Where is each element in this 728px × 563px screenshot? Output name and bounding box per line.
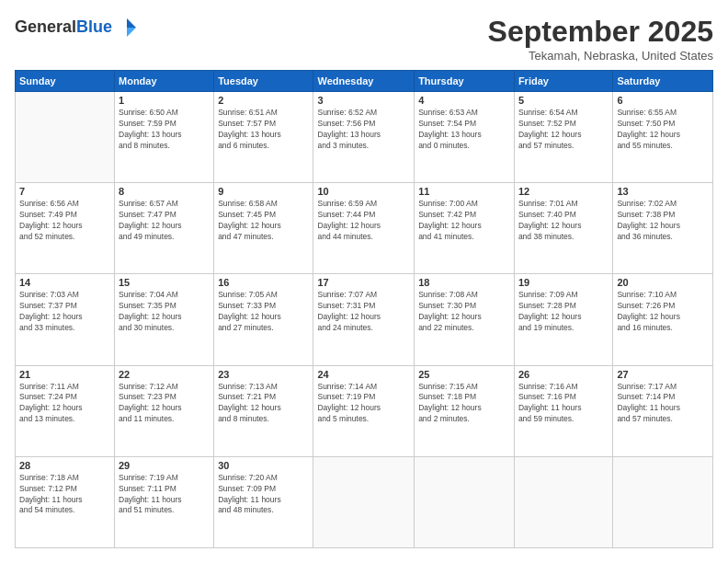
day-info: Sunrise: 7:05 AMSunset: 7:33 PMDaylight:… <box>218 290 309 334</box>
logo-blue: Blue <box>76 17 112 36</box>
calendar-cell: 27Sunrise: 7:17 AMSunset: 7:14 PMDayligh… <box>613 365 713 456</box>
day-number: 12 <box>518 186 609 197</box>
calendar-cell: 15Sunrise: 7:04 AMSunset: 7:35 PMDayligh… <box>115 274 214 365</box>
day-number: 1 <box>119 95 210 106</box>
calendar-cell: 20Sunrise: 7:10 AMSunset: 7:26 PMDayligh… <box>613 274 713 365</box>
day-number: 4 <box>418 95 510 106</box>
calendar-header-monday: Monday <box>115 71 214 92</box>
day-info: Sunrise: 7:14 AMSunset: 7:19 PMDaylight:… <box>317 382 410 426</box>
logo: GeneralBlue <box>15 15 140 40</box>
day-number: 8 <box>119 186 210 197</box>
day-number: 11 <box>418 186 510 197</box>
calendar-header-friday: Friday <box>514 71 612 92</box>
day-info: Sunrise: 6:51 AMSunset: 7:57 PMDaylight:… <box>218 108 309 152</box>
calendar-cell: 30Sunrise: 7:20 AMSunset: 7:09 PMDayligh… <box>214 456 313 547</box>
calendar-cell: 7Sunrise: 6:56 AMSunset: 7:49 PMDaylight… <box>16 183 115 274</box>
day-number: 17 <box>317 277 410 288</box>
day-info: Sunrise: 7:17 AMSunset: 7:14 PMDaylight:… <box>617 382 709 426</box>
day-number: 27 <box>617 369 709 380</box>
day-info: Sunrise: 7:00 AMSunset: 7:42 PMDaylight:… <box>418 199 510 243</box>
calendar-cell: 28Sunrise: 7:18 AMSunset: 7:12 PMDayligh… <box>16 456 115 547</box>
calendar-cell: 10Sunrise: 6:59 AMSunset: 7:44 PMDayligh… <box>313 183 415 274</box>
day-number: 23 <box>218 369 309 380</box>
day-number: 7 <box>19 186 110 197</box>
day-info: Sunrise: 7:02 AMSunset: 7:38 PMDaylight:… <box>617 199 709 243</box>
day-info: Sunrise: 7:04 AMSunset: 7:35 PMDaylight:… <box>119 290 210 334</box>
calendar-cell: 2Sunrise: 6:51 AMSunset: 7:57 PMDaylight… <box>214 92 313 183</box>
logo-general: General <box>15 17 76 36</box>
calendar-cell <box>514 456 612 547</box>
calendar-cell <box>415 456 515 547</box>
day-info: Sunrise: 6:53 AMSunset: 7:54 PMDaylight:… <box>418 108 510 152</box>
day-number: 21 <box>19 369 110 380</box>
calendar-cell: 22Sunrise: 7:12 AMSunset: 7:23 PMDayligh… <box>115 365 214 456</box>
day-info: Sunrise: 7:15 AMSunset: 7:18 PMDaylight:… <box>418 382 510 426</box>
calendar-header-sunday: Sunday <box>16 71 115 92</box>
day-info: Sunrise: 7:20 AMSunset: 7:09 PMDaylight:… <box>218 473 309 517</box>
calendar-cell: 12Sunrise: 7:01 AMSunset: 7:40 PMDayligh… <box>514 183 612 274</box>
day-info: Sunrise: 7:03 AMSunset: 7:37 PMDaylight:… <box>19 290 110 334</box>
day-info: Sunrise: 7:16 AMSunset: 7:16 PMDaylight:… <box>518 382 609 426</box>
calendar-cell: 23Sunrise: 7:13 AMSunset: 7:21 PMDayligh… <box>214 365 313 456</box>
calendar-week-4: 21Sunrise: 7:11 AMSunset: 7:24 PMDayligh… <box>16 365 713 456</box>
calendar-week-5: 28Sunrise: 7:18 AMSunset: 7:12 PMDayligh… <box>16 456 713 547</box>
calendar-header-saturday: Saturday <box>613 71 713 92</box>
calendar-cell: 9Sunrise: 6:58 AMSunset: 7:45 PMDaylight… <box>214 183 313 274</box>
calendar-cell: 14Sunrise: 7:03 AMSunset: 7:37 PMDayligh… <box>16 274 115 365</box>
calendar-cell: 5Sunrise: 6:54 AMSunset: 7:52 PMDaylight… <box>514 92 612 183</box>
calendar-cell: 19Sunrise: 7:09 AMSunset: 7:28 PMDayligh… <box>514 274 612 365</box>
day-info: Sunrise: 7:08 AMSunset: 7:30 PMDaylight:… <box>418 290 510 334</box>
day-info: Sunrise: 7:10 AMSunset: 7:26 PMDaylight:… <box>617 290 709 334</box>
calendar-cell: 24Sunrise: 7:14 AMSunset: 7:19 PMDayligh… <box>313 365 415 456</box>
calendar-cell: 4Sunrise: 6:53 AMSunset: 7:54 PMDaylight… <box>415 92 515 183</box>
calendar-cell: 25Sunrise: 7:15 AMSunset: 7:18 PMDayligh… <box>415 365 515 456</box>
day-info: Sunrise: 6:50 AMSunset: 7:59 PMDaylight:… <box>119 108 210 152</box>
day-number: 14 <box>19 277 110 288</box>
day-number: 26 <box>518 369 609 380</box>
day-number: 22 <box>119 369 210 380</box>
header: GeneralBlue September 2025 Tekamah, Nebr… <box>15 15 713 63</box>
day-info: Sunrise: 7:12 AMSunset: 7:23 PMDaylight:… <box>119 382 210 426</box>
calendar-week-1: 1Sunrise: 6:50 AMSunset: 7:59 PMDaylight… <box>16 92 713 183</box>
day-number: 9 <box>218 186 309 197</box>
day-info: Sunrise: 7:18 AMSunset: 7:12 PMDaylight:… <box>19 473 110 517</box>
svg-marker-0 <box>127 18 136 28</box>
day-number: 19 <box>518 277 609 288</box>
day-number: 6 <box>617 95 709 106</box>
calendar-header-wednesday: Wednesday <box>313 71 415 92</box>
day-number: 15 <box>119 277 210 288</box>
day-info: Sunrise: 7:13 AMSunset: 7:21 PMDaylight:… <box>218 382 309 426</box>
calendar-header-tuesday: Tuesday <box>214 71 313 92</box>
logo-icon <box>114 15 140 40</box>
page: GeneralBlue September 2025 Tekamah, Nebr… <box>0 0 728 563</box>
day-number: 18 <box>418 277 510 288</box>
day-info: Sunrise: 6:56 AMSunset: 7:49 PMDaylight:… <box>19 199 110 243</box>
day-number: 3 <box>317 95 410 106</box>
day-info: Sunrise: 6:55 AMSunset: 7:50 PMDaylight:… <box>617 108 709 152</box>
day-info: Sunrise: 6:57 AMSunset: 7:47 PMDaylight:… <box>119 199 210 243</box>
day-number: 2 <box>218 95 309 106</box>
calendar-cell: 8Sunrise: 6:57 AMSunset: 7:47 PMDaylight… <box>115 183 214 274</box>
calendar-week-3: 14Sunrise: 7:03 AMSunset: 7:37 PMDayligh… <box>16 274 713 365</box>
svg-marker-1 <box>127 28 136 37</box>
calendar-week-2: 7Sunrise: 6:56 AMSunset: 7:49 PMDaylight… <box>16 183 713 274</box>
day-info: Sunrise: 6:58 AMSunset: 7:45 PMDaylight:… <box>218 199 309 243</box>
day-info: Sunrise: 7:11 AMSunset: 7:24 PMDaylight:… <box>19 382 110 426</box>
calendar-header-row: SundayMondayTuesdayWednesdayThursdayFrid… <box>16 71 713 92</box>
month-title: September 2025 <box>488 15 713 49</box>
calendar-cell <box>613 456 713 547</box>
day-number: 5 <box>518 95 609 106</box>
day-number: 28 <box>19 460 110 471</box>
calendar-header-thursday: Thursday <box>415 71 515 92</box>
title-block: September 2025 Tekamah, Nebraska, United… <box>488 15 713 63</box>
day-number: 29 <box>119 460 210 471</box>
day-info: Sunrise: 6:59 AMSunset: 7:44 PMDaylight:… <box>317 199 410 243</box>
calendar-table: SundayMondayTuesdayWednesdayThursdayFrid… <box>15 70 713 548</box>
day-info: Sunrise: 6:54 AMSunset: 7:52 PMDaylight:… <box>518 108 609 152</box>
calendar-cell: 26Sunrise: 7:16 AMSunset: 7:16 PMDayligh… <box>514 365 612 456</box>
calendar-cell: 1Sunrise: 6:50 AMSunset: 7:59 PMDaylight… <box>115 92 214 183</box>
calendar-cell: 11Sunrise: 7:00 AMSunset: 7:42 PMDayligh… <box>415 183 515 274</box>
calendar-cell: 6Sunrise: 6:55 AMSunset: 7:50 PMDaylight… <box>613 92 713 183</box>
day-number: 30 <box>218 460 309 471</box>
day-info: Sunrise: 6:52 AMSunset: 7:56 PMDaylight:… <box>317 108 410 152</box>
